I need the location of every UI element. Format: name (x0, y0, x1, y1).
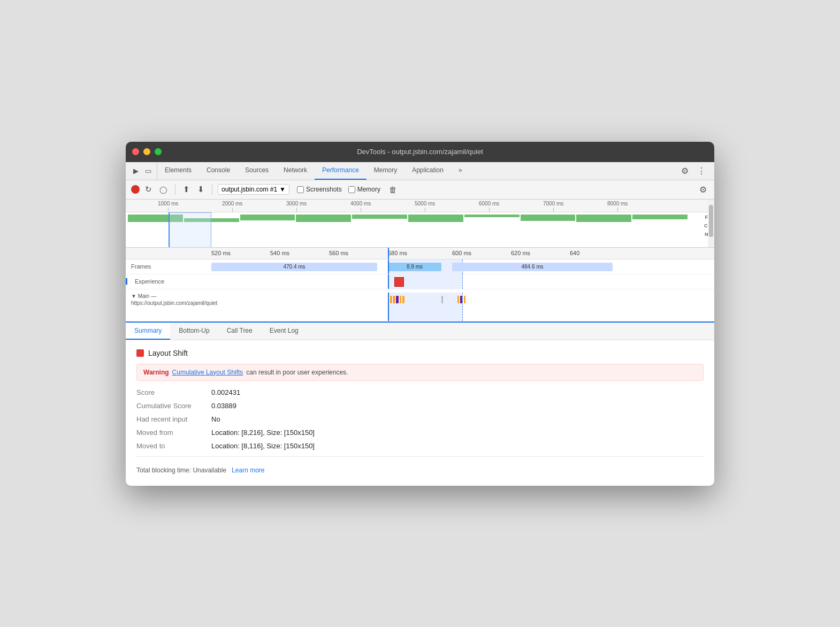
download-button[interactable]: ⬇ (195, 183, 207, 195)
frame-bar-2-label: 8.9 ms (407, 264, 423, 270)
clear-button[interactable]: ◯ (157, 185, 170, 195)
memory-checkbox[interactable] (348, 186, 355, 193)
frame-bar-3: 484.6 ms (452, 263, 613, 271)
warning-rest: can result in poor user experiences. (246, 369, 348, 376)
layout-shift-title: Layout Shift (148, 349, 188, 357)
close-button[interactable] (132, 148, 139, 155)
ruler-mark-1000: 1000 ms (158, 201, 178, 212)
maximize-button[interactable] (155, 148, 162, 155)
memory-checkbox-label[interactable]: Memory (348, 186, 380, 193)
scrollbar-thumb[interactable] (709, 205, 713, 237)
task-bar-2 (393, 296, 395, 303)
moved-from-row: Moved from Location: [8,216], Size: [150… (136, 429, 704, 437)
tab-more[interactable]: » (451, 162, 470, 180)
warning-banner: Warning Cumulative Layout Shifts can res… (136, 364, 704, 381)
selection-region[interactable] (169, 212, 211, 248)
task-bar-9 (464, 296, 465, 303)
main-label: ▼ Main — https://output.jsbin.com/zajami… (126, 293, 211, 307)
ruler-mark-5000: 5000 ms (415, 201, 435, 212)
tab-application[interactable]: Application (404, 162, 451, 180)
divider (136, 456, 704, 457)
record-button[interactable] (131, 185, 140, 194)
main-overlay (388, 293, 463, 321)
screenshots-label: Screenshots (306, 186, 342, 193)
main-content (211, 293, 714, 321)
titlebar: DevTools - output.jsbin.com/zajamil/quie… (126, 142, 714, 162)
score-label: Score (136, 388, 211, 396)
record-bar: ↻ ◯ ⬆ ⬇ output.jsbin.com #1 ▼ Screenshot… (126, 180, 714, 200)
reload-button[interactable]: ↻ (143, 183, 154, 195)
tab-performance[interactable]: Performance (315, 162, 366, 180)
overview-timeline[interactable]: 1000 ms 2000 ms 3000 ms 4000 ms 5000 ms … (126, 200, 714, 248)
minimize-button[interactable] (143, 148, 150, 155)
tab-memory[interactable]: Memory (366, 162, 404, 180)
had-recent-input-row: Had recent input No (136, 415, 704, 423)
frame-bar-3-label: 484.6 ms (521, 264, 543, 270)
warning-link[interactable]: Cumulative Layout Shifts (172, 369, 243, 376)
timeline-tracks: FPS CPU NET (126, 212, 714, 248)
task-bar-4 (400, 296, 401, 303)
layout-shift-header: Layout Shift (136, 349, 704, 357)
main-row: ▼ Main — https://output.jsbin.com/zajami… (126, 289, 714, 322)
moved-to-row: Moved to Location: [8,116], Size: [150x1… (136, 442, 704, 450)
tab-elements[interactable]: Elements (157, 162, 199, 180)
layout-shift-icon (136, 349, 144, 357)
detail-ruler: 520 ms 540 ms 560 ms 580 ms 600 ms 620 m… (126, 248, 714, 259)
moved-to-value: Location: [8,116], Size: [150x150] (211, 442, 315, 450)
bottom-panel: Summary Bottom-Up Call Tree Event Log La… (126, 323, 714, 486)
ruler-mark-8000: 8000 ms (607, 201, 628, 212)
tab-sources[interactable]: Sources (238, 162, 276, 180)
separator2 (212, 184, 212, 195)
perf-settings-icon[interactable]: ⚙ (697, 182, 709, 197)
devtools-window: DevTools - output.jsbin.com/zajamil/quie… (126, 142, 714, 486)
tab-bottom-up[interactable]: Bottom-Up (170, 323, 218, 340)
ruler-mark-4000: 4000 ms (350, 201, 371, 212)
profile-name: output.jsbin.com #1 (222, 186, 277, 193)
experience-label: Experience (126, 278, 211, 285)
detail-timeline[interactable]: 520 ms 540 ms 560 ms 580 ms 600 ms 620 m… (126, 248, 714, 323)
frame-bar-1: 470.4 ms (211, 263, 377, 271)
detail-blue-line (388, 248, 389, 259)
traffic-lights (132, 148, 162, 155)
moved-from-label: Moved from (136, 429, 211, 437)
tab-network[interactable]: Network (276, 162, 315, 180)
more-icon[interactable]: ⋮ (695, 164, 708, 178)
tab-call-tree[interactable]: Call Tree (218, 323, 261, 340)
tab-console[interactable]: Console (199, 162, 238, 180)
total-blocking-row: Total blocking time: Unavailable Learn m… (136, 463, 704, 477)
frames-content: 470.4 ms 8.9 ms 484.6 ms (211, 259, 714, 274)
device-icon[interactable]: ▭ (143, 165, 154, 177)
cumulative-score-label: Cumulative Score (136, 402, 211, 410)
trash-button[interactable]: 🗑 (389, 185, 397, 194)
profile-selector[interactable]: output.jsbin.com #1 ▼ (218, 184, 289, 195)
total-blocking-label: Total blocking time: Unavailable (136, 467, 226, 474)
learn-more-link[interactable]: Learn more (232, 467, 264, 474)
had-recent-input-value: No (211, 415, 220, 423)
inspect-icon[interactable]: ▶ (131, 165, 141, 177)
window-title: DevTools - output.jsbin.com/zajamil/quie… (357, 148, 483, 156)
checkbox-group: Screenshots Memory 🗑 (297, 185, 397, 194)
task-bar-3 (396, 296, 399, 303)
frames-label: Frames (126, 263, 211, 270)
screenshots-checkbox-label[interactable]: Screenshots (297, 186, 342, 193)
cumulative-score-value: 0.03889 (211, 402, 236, 410)
cumulative-score-row: Cumulative Score 0.03889 (136, 402, 704, 410)
tab-summary[interactable]: Summary (126, 323, 170, 340)
task-bar-7 (457, 296, 459, 303)
upload-button[interactable]: ⬆ (181, 183, 192, 195)
task-bar-1 (390, 296, 392, 303)
screenshots-checkbox[interactable] (297, 186, 304, 193)
ruler-mark-6000: 6000 ms (479, 201, 499, 212)
timeline-scrollbar[interactable] (708, 200, 714, 247)
tab-event-log[interactable]: Event Log (261, 323, 307, 340)
ruler-mark-2000: 2000 ms (222, 201, 242, 212)
settings-icon[interactable]: ⚙ (679, 164, 691, 178)
warning-label: Warning (143, 369, 169, 376)
ruler-mark-7000: 7000 ms (543, 201, 563, 212)
moved-from-value: Location: [8,216], Size: [150x150] (211, 429, 315, 437)
score-value: 0.002431 (211, 388, 240, 396)
task-bar-8 (460, 296, 462, 303)
layout-shift-box[interactable] (394, 277, 404, 287)
moved-to-label: Moved to (136, 442, 211, 450)
nav-tabs: ▶ ▭ Elements Console Sources Network Per… (126, 162, 714, 180)
